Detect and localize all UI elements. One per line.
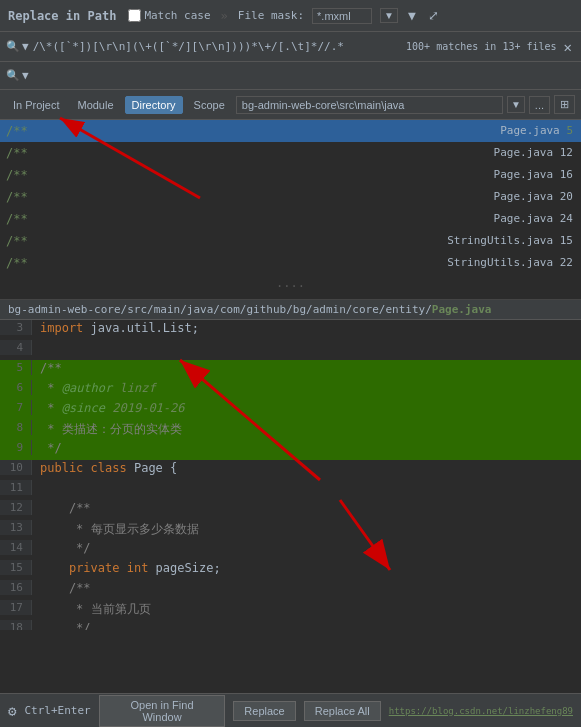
line-content-7: * @since 2019-01-26 <box>32 400 581 416</box>
regex-search-icon: 🔍 <box>6 40 20 53</box>
line-content-11 <box>32 480 581 496</box>
line-content-12: /** <box>32 500 581 516</box>
result-filename-6: StringUtils.java 22 <box>447 256 573 269</box>
line-content-3: import java.util.List; <box>32 320 581 336</box>
code-line-4: 4 <box>0 340 581 360</box>
regex-dropdown-arrow[interactable]: ▼ <box>22 40 29 53</box>
result-filename-3: Page.java 20 <box>494 190 573 203</box>
separator1: » <box>221 9 228 23</box>
replace-search-icon: 🔍 <box>6 69 20 82</box>
code-line-10: 10 public class Page { <box>0 460 581 480</box>
result-filename-2: Page.java 16 <box>494 168 573 181</box>
code-line-18: 18 */ <box>0 620 581 630</box>
line-num-8: 8 <box>0 420 32 435</box>
line-num-9: 9 <box>0 440 32 455</box>
replace-all-btn[interactable]: Replace All <box>304 701 381 721</box>
regex-row: 🔍 ▼ /\*([`*])[\r\n](\+([`*/][\r\n])))*\+… <box>0 32 581 62</box>
line-num-11: 11 <box>0 480 32 495</box>
file-path-highlight: Page.java <box>432 303 492 316</box>
code-line-8: 8 * 类描述：分页的实体类 <box>0 420 581 440</box>
open-find-window-btn[interactable]: Open in Find Window <box>99 695 226 727</box>
line-num-17: 17 <box>0 600 32 615</box>
result-item-6[interactable]: /** StringUtils.java 22 <box>0 252 581 274</box>
file-mask-input[interactable] <box>312 8 372 24</box>
result-filename-5: StringUtils.java 15 <box>447 234 573 247</box>
scope-btn-directory[interactable]: Directory <box>125 96 183 114</box>
replace-btn[interactable]: Replace <box>233 701 295 721</box>
result-prefix-0: /** <box>6 124 28 138</box>
line-num-15: 15 <box>0 560 32 575</box>
line-num-13: 13 <box>0 520 32 535</box>
result-filename-1: Page.java 12 <box>494 146 573 159</box>
match-count: 100+ matches in 13+ files <box>406 41 557 52</box>
replace-prefix[interactable]: 🔍 ▼ <box>6 69 29 82</box>
replace-row: 🔍 ▼ <box>0 62 581 90</box>
result-item-1[interactable]: /** Page.java 12 <box>0 142 581 164</box>
code-line-12: 12 /** <box>0 500 581 520</box>
regex-close-btn[interactable]: ✕ <box>561 39 575 55</box>
code-line-11: 11 <box>0 480 581 500</box>
replace-dropdown-arrow[interactable]: ▼ <box>22 69 29 82</box>
result-prefix-2: /** <box>6 168 28 182</box>
code-line-15: 15 private int pageSize; <box>0 560 581 580</box>
filter-icon[interactable]: ▼ <box>406 6 418 25</box>
scope-extra-btn[interactable]: ... <box>529 96 550 114</box>
line-content-10: public class Page { <box>32 460 581 476</box>
code-line-5: 5 /** <box>0 360 581 380</box>
line-num-6: 6 <box>0 380 32 395</box>
regex-pattern: /\*([`*])[\r\n](\+([`*/][\r\n])))*\+/[.\… <box>33 40 398 53</box>
top-toolbar: Replace in Path Match case » File mask: … <box>0 0 581 32</box>
replace-input[interactable] <box>33 70 575 82</box>
file-path-breadcrumb: bg-admin-web-core/src/main/java/com/gith… <box>0 300 581 320</box>
scope-btn-inproject[interactable]: In Project <box>6 96 66 114</box>
url-label[interactable]: https://blog.csdn.net/linzhefeng89 <box>389 706 573 716</box>
scope-path-input[interactable] <box>236 96 503 114</box>
regex-prefix[interactable]: 🔍 ▼ <box>6 40 29 53</box>
match-case-text: Match case <box>144 9 210 22</box>
file-path-text: bg-admin-web-core/src/main/java/com/gith… <box>8 303 491 316</box>
result-item-2[interactable]: /** Page.java 16 <box>0 164 581 186</box>
line-num-5: 5 <box>0 360 32 375</box>
line-num-10: 10 <box>0 460 32 475</box>
result-filename-0: Page.java 5 <box>500 124 573 137</box>
result-item-4[interactable]: /** Page.java 24 <box>0 208 581 230</box>
result-item-0[interactable]: /** Page.java 5 <box>0 120 581 142</box>
match-case-checkbox[interactable] <box>128 9 141 22</box>
results-list[interactable]: /** Page.java 5 /** Page.java 12 /** Pag… <box>0 120 581 300</box>
scope-btn-module[interactable]: Module <box>70 96 120 114</box>
scope-grid-btn[interactable]: ⊞ <box>554 95 575 114</box>
line-num-16: 16 <box>0 580 32 595</box>
scope-bar: In Project Module Directory Scope ▼ ... … <box>0 90 581 120</box>
line-content-18: */ <box>32 620 581 630</box>
code-line-16: 16 /** <box>0 580 581 600</box>
line-num-14: 14 <box>0 540 32 555</box>
scope-btn-scope[interactable]: Scope <box>187 96 232 114</box>
line-num-12: 12 <box>0 500 32 515</box>
line-content-6: * @author linzf <box>32 380 581 396</box>
line-content-4 <box>32 340 581 356</box>
result-item-5[interactable]: /** StringUtils.java 15 <box>0 230 581 252</box>
line-content-9: */ <box>32 440 581 456</box>
main-container: Replace in Path Match case » File mask: … <box>0 0 581 727</box>
pin-icon[interactable]: ⤢ <box>426 6 441 25</box>
code-line-6: 6 * @author linzf <box>0 380 581 400</box>
line-num-7: 7 <box>0 400 32 415</box>
result-prefix-1: /** <box>6 146 28 160</box>
result-prefix-5: /** <box>6 234 28 248</box>
line-num-4: 4 <box>0 340 32 355</box>
line-content-5: /** <box>32 360 581 376</box>
code-line-7: 7 * @since 2019-01-26 <box>0 400 581 420</box>
code-line-9: 9 */ <box>0 440 581 460</box>
code-editor[interactable]: 3 import java.util.List; 4 5 /** 6 * @au… <box>0 320 581 630</box>
line-content-13: * 每页显示多少条数据 <box>32 520 581 539</box>
scope-path-dropdown[interactable]: ▼ <box>507 96 525 113</box>
gear-icon[interactable]: ⚙ <box>8 703 16 719</box>
file-mask-dropdown[interactable]: ▼ <box>380 8 398 23</box>
line-num-18: 18 <box>0 620 32 630</box>
result-item-3[interactable]: /** Page.java 20 <box>0 186 581 208</box>
toolbar-title: Replace in Path <box>8 9 116 23</box>
line-content-17: * 当前第几页 <box>32 600 581 619</box>
result-prefix-4: /** <box>6 212 28 226</box>
match-case-label[interactable]: Match case <box>128 9 210 22</box>
line-content-15: private int pageSize; <box>32 560 581 576</box>
